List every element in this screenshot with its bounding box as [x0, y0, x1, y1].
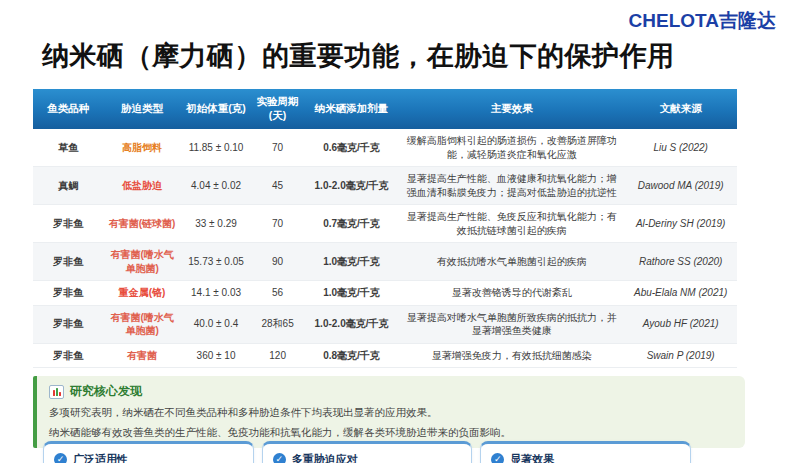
cell-weight: 33 ± 0.29 [181, 205, 251, 243]
card-significant-effect: ✓ 显著效果 提高免疫力、抗氧化能力、生产性能和抗病能力 [480, 441, 691, 463]
cell-source: Ayoub HF (2021) [624, 305, 737, 343]
table-row: 罗非鱼有害菌360 ± 101200.8毫克/千克显著增强免疫力，有效抵抗细菌感… [33, 343, 737, 368]
bar-chart-icon [49, 385, 64, 399]
table-row: 罗非鱼有害菌(链球菌)33 ± 0.29700.7毫克/千克显著提高生产性能、免… [33, 205, 737, 243]
cell-period: 56 [251, 281, 304, 306]
card-header: ✓ 广泛适用性 [54, 452, 243, 463]
check-circle-icon: ✓ [491, 453, 504, 463]
cell-effect: 显著增强免疫力，有效抵抗细菌感染 [399, 343, 624, 368]
card-title: 显著效果 [510, 452, 554, 463]
cell-source: Al-Deriny SH (2019) [624, 205, 737, 243]
header-effect: 主要效果 [399, 89, 624, 129]
cell-source: Liu S (2022) [624, 129, 737, 167]
header-dose: 纳米硒添加剂量 [304, 89, 399, 129]
cell-stress: 有害菌(嗜水气单胞菌) [103, 305, 180, 343]
table-row: 罗非鱼有害菌(嗜水气单胞菌)40.0 ± 0.428和651.0-2.0毫克/千… [33, 305, 737, 343]
table-header-row: 鱼类品种 胁迫类型 初始体重(克) 实验周期(天) 纳米硒添加剂量 主要效果 文… [33, 89, 737, 129]
cell-period: 45 [251, 167, 304, 205]
cell-stress: 重金属(铬) [103, 281, 180, 306]
cell-source: Rathore SS (2020) [624, 243, 737, 281]
cell-dose: 0.7毫克/千克 [304, 205, 399, 243]
cell-species: 罗非鱼 [33, 243, 103, 281]
cell-dose: 0.8毫克/千克 [304, 343, 399, 368]
card-multi-stress: ✓ 多重胁迫应对 有效应对高脂饲料、低盐、有害菌、重金属等多种胁迫条件 [262, 441, 473, 463]
findings-header: 研究核心发现 [49, 383, 731, 400]
cell-effect: 显著改善铬诱导的代谢紊乱 [399, 281, 624, 306]
cell-period: 120 [251, 343, 304, 368]
card-applicability: ✓ 广泛适用性 纳米硒对草鱼、真鲷、罗非鱼等多种鱼类均有显著效果 [43, 441, 254, 463]
cell-effect: 有效抵抗嗜水气单胞菌引起的疾病 [399, 243, 624, 281]
cell-weight: 360 ± 10 [181, 343, 251, 368]
cell-effect: 显著提高生产性能、血液健康和抗氧化能力；增强血清和黏膜免疫力；提高对低盐胁迫的抗… [399, 167, 624, 205]
cell-stress: 高脂饲料 [103, 129, 180, 167]
table-row: 罗非鱼有害菌(嗜水气单胞菌)15.73 ± 0.05901.0毫克/千克有效抵抗… [33, 243, 737, 281]
card-title: 广泛适用性 [73, 452, 128, 463]
check-circle-icon: ✓ [273, 453, 286, 463]
check-circle-icon: ✓ [54, 453, 67, 463]
findings-line: 纳米硒能够有效改善鱼类的生产性能、免疫功能和抗氧化能力，缓解各类环境胁迫带来的负… [49, 425, 731, 440]
findings-panel: 研究核心发现 多项研究表明，纳米硒在不同鱼类品种和多种胁迫条件下均表现出显著的应… [33, 376, 745, 448]
header-period: 实验周期(天) [251, 89, 304, 129]
cell-source: Abu-Elala NM (2021) [624, 281, 737, 306]
findings-title: 研究核心发现 [70, 383, 142, 400]
cell-weight: 15.73 ± 0.05 [181, 243, 251, 281]
cell-stress: 有害菌(链球菌) [103, 205, 180, 243]
cell-stress: 低盐胁迫 [103, 167, 180, 205]
cell-dose: 1.0毫克/千克 [304, 281, 399, 306]
cell-period: 70 [251, 129, 304, 167]
results-table: 鱼类品种 胁迫类型 初始体重(克) 实验周期(天) 纳米硒添加剂量 主要效果 文… [33, 89, 737, 368]
cell-dose: 1.0-2.0毫克/千克 [304, 305, 399, 343]
cell-species: 罗非鱼 [33, 305, 103, 343]
slide: CHELOTA吉隆达 纳米硒（摩力硒）的重要功能，在胁迫下的保护作用 鱼类品种 … [0, 0, 800, 463]
cell-dose: 1.0-2.0毫克/千克 [304, 167, 399, 205]
cell-species: 真鲷 [33, 167, 103, 205]
brand-logo: CHELOTA吉隆达 [629, 8, 776, 34]
cell-period: 28和65 [251, 305, 304, 343]
cell-stress: 有害菌(嗜水气单胞菌) [103, 243, 180, 281]
cell-weight: 14.1 ± 0.03 [181, 281, 251, 306]
header-stress: 胁迫类型 [103, 89, 180, 129]
cell-stress: 有害菌 [103, 343, 180, 368]
cell-dose: 1.0毫克/千克 [304, 243, 399, 281]
cell-source: Dawood MA (2019) [624, 167, 737, 205]
cell-effect: 显著提高生产性能、免疫反应和抗氧化能力；有效抵抗链球菌引起的疾病 [399, 205, 624, 243]
header-weight: 初始体重(克) [181, 89, 251, 129]
cell-species: 草鱼 [33, 129, 103, 167]
cell-species: 罗非鱼 [33, 205, 103, 243]
cell-period: 70 [251, 205, 304, 243]
header-species: 鱼类品种 [33, 89, 103, 129]
cell-weight: 40.0 ± 0.4 [181, 305, 251, 343]
cell-source: Swain P (2019) [624, 343, 737, 368]
card-header: ✓ 显著效果 [491, 452, 680, 463]
table-row: 真鲷低盐胁迫4.04 ± 0.02451.0-2.0毫克/千克显著提高生产性能、… [33, 167, 737, 205]
cell-dose: 0.6毫克/千克 [304, 129, 399, 167]
table-row: 罗非鱼重金属(铬)14.1 ± 0.03561.0毫克/千克显著改善铬诱导的代谢… [33, 281, 737, 306]
header-source: 文献来源 [624, 89, 737, 129]
summary-cards: ✓ 广泛适用性 纳米硒对草鱼、真鲷、罗非鱼等多种鱼类均有显著效果 ✓ 多重胁迫应… [43, 441, 691, 463]
cell-period: 90 [251, 243, 304, 281]
table-row: 草鱼高脂饲料11.85 ± 0.10700.6毫克/千克缓解高脂饲料引起的肠道损… [33, 129, 737, 167]
cell-species: 罗非鱼 [33, 343, 103, 368]
cell-weight: 4.04 ± 0.02 [181, 167, 251, 205]
cell-species: 罗非鱼 [33, 281, 103, 306]
findings-line: 多项研究表明，纳米硒在不同鱼类品种和多种胁迫条件下均表现出显著的应用效果。 [49, 405, 731, 420]
cell-effect: 显著提高对嗜水气单胞菌所致疾病的抵抗力，并显著增强鱼类健康 [399, 305, 624, 343]
cell-weight: 11.85 ± 0.10 [181, 129, 251, 167]
card-header: ✓ 多重胁迫应对 [273, 452, 462, 463]
card-title: 多重胁迫应对 [292, 452, 358, 463]
cell-effect: 缓解高脂饲料引起的肠道损伤，改善肠道屏障功能，减轻肠道炎症和氧化应激 [399, 129, 624, 167]
